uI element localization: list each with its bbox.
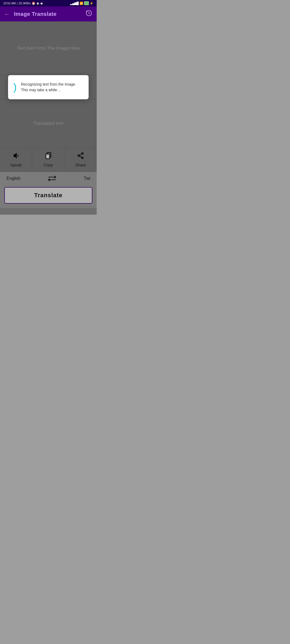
back-button[interactable]: ←: [4, 11, 10, 17]
circle-icon-1: ◉: [37, 2, 39, 5]
loading-dialog-overlay: ) Recognizing text from the Image. This …: [0, 21, 97, 215]
main-content: Text Get From The Image Here Select Imag…: [0, 21, 97, 215]
status-bar: 10:52 AM | 25.3KB/s ⏰ ◉ ◉ ▂▄▆█ 📶 62 ⚡: [0, 0, 97, 6]
time: 10:52 AM: [3, 2, 16, 5]
app-title: Image Translate: [14, 11, 85, 17]
status-right: ▂▄▆█ 📶 62 ⚡: [70, 1, 93, 5]
loading-message: Recognizing text from the Image. This ma…: [21, 82, 83, 93]
circle-icon-2: ◉: [40, 2, 43, 5]
status-left: 10:52 AM | 25.3KB/s ⏰ ◉ ◉: [3, 2, 43, 5]
wifi-icon: 📶: [79, 2, 83, 5]
signal-icon: ▂▄▆█: [70, 2, 79, 5]
loading-dialog: ) Recognizing text from the Image. This …: [8, 75, 89, 99]
separator: |: [17, 2, 17, 5]
network-speed: 25.3KB/s: [19, 2, 31, 5]
history-button[interactable]: [85, 10, 92, 18]
battery-indicator: 62: [84, 1, 89, 5]
charging-icon: ⚡: [90, 2, 93, 5]
loading-spinner: ): [13, 82, 17, 92]
clock-icon: ⏰: [32, 2, 35, 5]
app-bar: ← Image Translate: [0, 6, 97, 21]
